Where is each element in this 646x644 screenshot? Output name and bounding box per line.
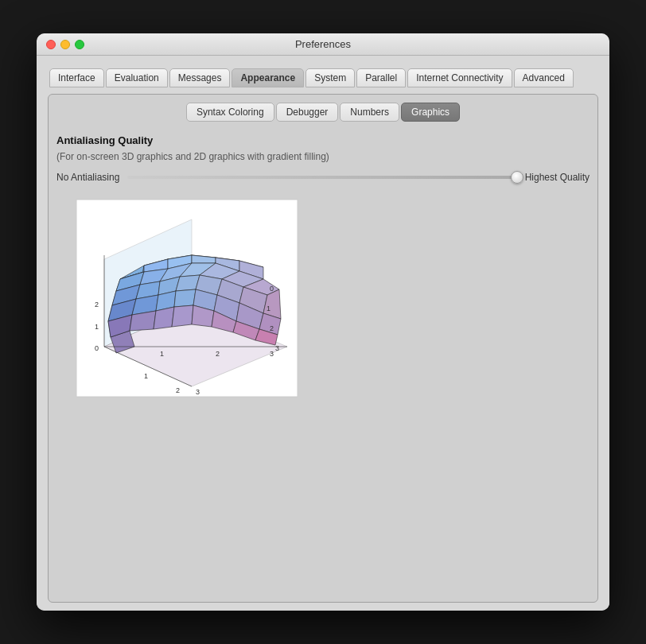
close-button[interactable]	[46, 40, 56, 49]
titlebar: Preferences	[37, 33, 609, 56]
svg-text:3: 3	[275, 344, 279, 352]
tab-appearance[interactable]: Appearance	[232, 68, 304, 87]
sub-tab-debugger[interactable]: Debugger	[276, 103, 339, 122]
tab-parallel[interactable]: Parallel	[356, 68, 406, 87]
inner-panel: Syntax Coloring Debugger Numbers Graphic…	[48, 94, 598, 603]
svg-text:2: 2	[216, 350, 220, 358]
antialiasing-slider-track[interactable]	[127, 176, 516, 179]
top-tab-bar: Interface Evaluation Messages Appearance…	[45, 64, 601, 87]
svg-text:2: 2	[95, 301, 99, 308]
sub-tab-numbers[interactable]: Numbers	[340, 103, 399, 122]
svg-text:0: 0	[95, 344, 99, 352]
section-title: Antialiasing Quality	[56, 134, 590, 146]
preferences-window: Preferences Interface Evaluation Message…	[37, 33, 609, 611]
svg-text:2: 2	[270, 324, 274, 332]
svg-text:0: 0	[270, 285, 274, 293]
svg-marker-45	[172, 305, 193, 327]
tab-messages[interactable]: Messages	[169, 68, 231, 87]
svg-text:1: 1	[160, 350, 164, 358]
antialiasing-slider-thumb[interactable]	[511, 171, 523, 184]
maximize-button[interactable]	[75, 40, 84, 49]
tab-evaluation[interactable]: Evaluation	[106, 68, 168, 87]
svg-text:1: 1	[95, 323, 99, 331]
window-title: Preferences	[295, 38, 351, 50]
svg-text:3: 3	[196, 388, 200, 396]
svg-text:3: 3	[270, 350, 274, 358]
minimize-button[interactable]	[60, 40, 70, 49]
3d-plot-preview: 0 1 2 1 2 3 1 2 3 3 2 1 0	[72, 196, 303, 402]
sub-tab-graphics[interactable]: Graphics	[401, 103, 460, 122]
traffic-lights	[46, 40, 84, 49]
svg-text:1: 1	[267, 305, 270, 312]
quality-slider-row: No Antialiasing Highest Quality	[56, 172, 590, 183]
sub-tab-bar: Syntax Coloring Debugger Numbers Graphic…	[56, 103, 590, 122]
tab-system[interactable]: System	[305, 68, 355, 87]
svg-text:1: 1	[144, 372, 148, 380]
slider-min-label: No Antialiasing	[56, 172, 119, 183]
tab-advanced[interactable]: Advanced	[514, 68, 574, 87]
tab-interface[interactable]: Interface	[49, 68, 104, 87]
tab-internet-connectivity[interactable]: Internet Connectivity	[407, 68, 512, 87]
slider-max-label: Highest Quality	[525, 172, 590, 183]
window-content: Interface Evaluation Messages Appearance…	[37, 56, 609, 611]
svg-text:2: 2	[176, 386, 180, 394]
svg-marker-36	[174, 289, 196, 307]
3d-plot-svg: 0 1 2 1 2 3 1 2 3 3 2 1 0	[72, 196, 303, 402]
section-description: (For on-screen 3D graphics and 2D graphi…	[56, 151, 590, 162]
sub-tab-syntax-coloring[interactable]: Syntax Coloring	[186, 103, 274, 122]
